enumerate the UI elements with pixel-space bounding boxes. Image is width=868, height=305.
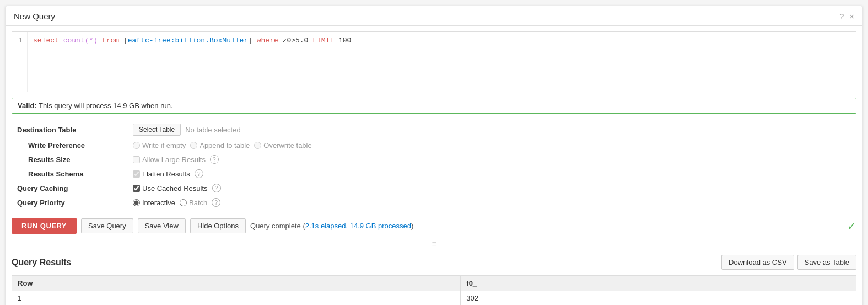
resize-handle[interactable]: ≡: [6, 238, 862, 249]
results-schema-label: Results Schema: [12, 170, 133, 178]
main-window: New Query ? × 1 select count(*) from [ea…: [6, 6, 862, 305]
save-as-table-button[interactable]: Save as Table: [797, 255, 856, 270]
results-table: Row f0_ 1 302: [12, 275, 856, 305]
destination-table-label: Destination Table: [12, 126, 133, 134]
results-schema-row: Results Schema Flatten Results ?: [12, 167, 856, 181]
batch-label: Batch: [189, 199, 207, 207]
hide-options-button[interactable]: Hide Options: [190, 218, 246, 233]
options-section: Destination Table Select Table No table …: [6, 117, 862, 213]
flatten-results-checkbox[interactable]: [133, 170, 140, 178]
overwrite-table-label: Overwrite table: [263, 141, 311, 149]
code-editor[interactable]: 1 select count(*) from [eaftc-free:billi…: [12, 31, 856, 92]
append-to-table-option[interactable]: Append to table: [190, 141, 250, 149]
col-f0-header: f0_: [461, 276, 856, 291]
results-size-controls: Allow Large Results ?: [133, 155, 856, 164]
interactive-option[interactable]: Interactive: [133, 199, 175, 207]
flatten-results-label: Flatten Results: [142, 170, 190, 178]
run-query-button[interactable]: RUN QUERY: [12, 218, 77, 234]
interactive-label: Interactive: [142, 199, 175, 207]
results-table-body: 1 302: [12, 291, 856, 306]
validation-label: Valid:: [18, 101, 37, 110]
query-status: Query complete (2.1s elapsed, 14.9 GB pr…: [250, 222, 843, 230]
overwrite-table-radio[interactable]: [254, 142, 261, 149]
cell-f0-value: 302: [461, 291, 856, 306]
save-view-button[interactable]: Save View: [138, 218, 186, 233]
write-if-empty-radio[interactable]: [133, 142, 140, 149]
results-actions: Download as CSV Save as Table: [721, 255, 856, 270]
destination-table-row: Destination Table Select Table No table …: [12, 121, 856, 138]
query-priority-controls: Interactive Batch ?: [133, 198, 856, 207]
download-csv-button[interactable]: Download as CSV: [721, 255, 794, 270]
query-caching-row: Query Caching Use Cached Results ?: [12, 181, 856, 195]
results-size-label: Results Size: [12, 156, 133, 164]
code-content[interactable]: select count(*) from [eaftc-free:billion…: [28, 32, 856, 92]
allow-large-results-label: Allow Large Results: [142, 156, 206, 164]
cell-row-number: 1: [12, 291, 461, 306]
success-icon: ✓: [847, 220, 856, 233]
results-header: Query Results Download as CSV Save as Ta…: [12, 255, 856, 270]
allow-large-results-option[interactable]: Allow Large Results: [133, 156, 206, 164]
results-title: Query Results: [12, 258, 71, 267]
validation-bar: Valid: This query will process 14.9 GB w…: [12, 98, 856, 114]
allow-large-results-checkbox[interactable]: [133, 156, 140, 163]
batch-option[interactable]: Batch: [180, 199, 207, 207]
window-controls: ? ×: [839, 12, 854, 21]
query-caching-label: Query Caching: [12, 184, 133, 192]
save-query-button[interactable]: Save Query: [81, 218, 133, 233]
flatten-results-help-icon[interactable]: ?: [195, 169, 203, 178]
write-if-empty-option[interactable]: Write if empty: [133, 141, 186, 149]
write-preference-label: Write Preference: [12, 141, 133, 149]
table-row: 1 302: [12, 291, 856, 306]
flatten-results-option[interactable]: Flatten Results: [133, 170, 190, 178]
append-to-table-radio[interactable]: [190, 142, 197, 149]
batch-radio[interactable]: [180, 199, 187, 206]
close-icon[interactable]: ×: [849, 12, 854, 21]
use-cached-results-option[interactable]: Use Cached Results: [133, 184, 208, 192]
select-table-button[interactable]: Select Table: [133, 124, 181, 136]
query-priority-row: Query Priority Interactive Batch ?: [12, 195, 856, 210]
query-priority-label: Query Priority: [12, 199, 133, 207]
allow-large-results-help-icon[interactable]: ?: [210, 155, 219, 164]
use-cached-results-label: Use Cached Results: [142, 184, 208, 192]
line-numbers: 1: [12, 32, 28, 92]
write-if-empty-label: Write if empty: [142, 141, 186, 149]
results-size-row: Results Size Allow Large Results ?: [12, 152, 856, 167]
query-status-text: Query complete (2.1s elapsed, 14.9 GB pr…: [250, 222, 413, 230]
window-title: New Query: [14, 12, 55, 21]
toolbar-row: RUN QUERY Save Query Save View Hide Opti…: [6, 213, 862, 238]
destination-table-controls: Select Table No table selected: [133, 124, 856, 136]
query-priority-help-icon[interactable]: ?: [212, 198, 220, 207]
interactive-radio[interactable]: [133, 199, 140, 206]
no-table-text: No table selected: [185, 126, 240, 134]
write-preference-controls: Write if empty Append to table Overwrite…: [133, 141, 856, 149]
validation-message: This query will process 14.9 GB when run…: [39, 101, 173, 110]
col-row-header: Row: [12, 276, 461, 291]
overwrite-table-option[interactable]: Overwrite table: [254, 141, 311, 149]
results-schema-controls: Flatten Results ?: [133, 169, 856, 178]
help-icon[interactable]: ?: [839, 12, 844, 21]
query-caching-controls: Use Cached Results ?: [133, 184, 856, 192]
use-cached-results-checkbox[interactable]: [133, 185, 140, 192]
results-table-head: Row f0_: [12, 276, 856, 291]
window-header: New Query ? ×: [6, 6, 862, 26]
results-table-header-row: Row f0_: [12, 276, 856, 291]
results-section: Query Results Download as CSV Save as Ta…: [6, 249, 862, 305]
append-to-table-label: Append to table: [200, 141, 250, 149]
write-preference-row: Write Preference Write if empty Append t…: [12, 138, 856, 152]
use-cached-results-help-icon[interactable]: ?: [212, 184, 221, 192]
